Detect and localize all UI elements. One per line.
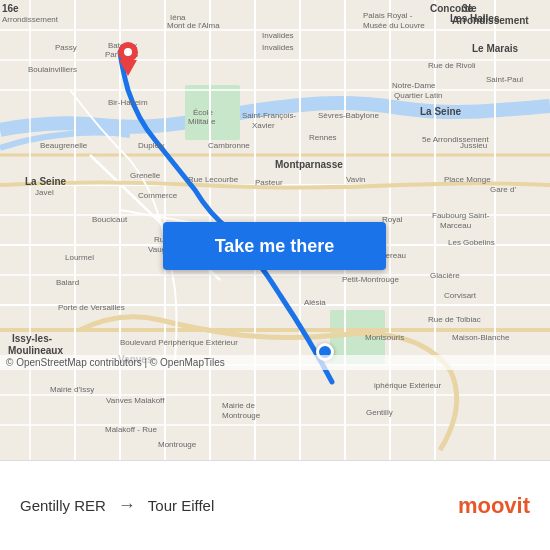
svg-text:Montsouris: Montsouris bbox=[365, 333, 404, 342]
route-info: Gentilly RER → Tour Eiffel bbox=[20, 495, 458, 516]
dest-circle bbox=[118, 42, 138, 62]
svg-text:La Seine: La Seine bbox=[25, 176, 67, 187]
svg-text:Bir-Hakeim: Bir-Hakeim bbox=[108, 98, 148, 107]
svg-text:Cambronne: Cambronne bbox=[208, 141, 250, 150]
dest-circle-inner bbox=[124, 48, 132, 56]
svg-text:Lourmel: Lourmel bbox=[65, 253, 94, 262]
svg-text:Alésia: Alésia bbox=[304, 298, 326, 307]
svg-text:Rue Lecourbe: Rue Lecourbe bbox=[188, 175, 239, 184]
from-label: Gentilly RER bbox=[20, 497, 106, 514]
svg-text:Mairie d'Issy: Mairie d'Issy bbox=[50, 385, 94, 394]
svg-text:Montrouge: Montrouge bbox=[158, 440, 197, 449]
svg-text:Corvisart: Corvisart bbox=[444, 291, 477, 300]
svg-text:Arrondissement: Arrondissement bbox=[452, 15, 529, 26]
svg-text:Boulainvilliers: Boulainvilliers bbox=[28, 65, 77, 74]
moovit-text: moovit bbox=[458, 493, 530, 519]
svg-text:Maison-Blanche: Maison-Blanche bbox=[452, 333, 510, 342]
svg-text:Pasteur: Pasteur bbox=[255, 178, 283, 187]
svg-text:Petit-Montrouge: Petit-Montrouge bbox=[342, 275, 399, 284]
svg-text:Jussieu: Jussieu bbox=[460, 141, 487, 150]
svg-text:Invalides: Invalides bbox=[262, 31, 294, 40]
svg-text:Invalides: Invalides bbox=[262, 43, 294, 52]
dest-pin bbox=[119, 60, 137, 76]
map-container: École Militaire bbox=[0, 0, 550, 460]
svg-text:Les Gobelins: Les Gobelins bbox=[448, 238, 495, 247]
svg-text:Notre-Dame: Notre-Dame bbox=[392, 81, 436, 90]
take-me-there-button[interactable]: Take me there bbox=[163, 222, 386, 270]
destination-marker bbox=[118, 42, 138, 76]
svg-text:Rue de Tolbiac: Rue de Tolbiac bbox=[428, 315, 481, 324]
svg-text:Beaugrenelle: Beaugrenelle bbox=[40, 141, 88, 150]
svg-text:Boucicaut: Boucicaut bbox=[92, 215, 128, 224]
svg-text:Malakoff - Rue: Malakoff - Rue bbox=[105, 425, 157, 434]
svg-text:Passy: Passy bbox=[55, 43, 77, 52]
svg-text:Marceau: Marceau bbox=[440, 221, 471, 230]
svg-text:Saint-François-: Saint-François- bbox=[242, 111, 297, 120]
svg-text:Le Marais: Le Marais bbox=[472, 43, 519, 54]
svg-text:Grenelle: Grenelle bbox=[130, 171, 161, 180]
svg-text:iphérique Extérieur: iphérique Extérieur bbox=[374, 381, 441, 390]
svg-text:Javel: Javel bbox=[35, 188, 54, 197]
svg-text:Glacière: Glacière bbox=[430, 271, 460, 280]
svg-text:Musée du Louvre: Musée du Louvre bbox=[363, 21, 425, 30]
svg-text:Xavier: Xavier bbox=[252, 121, 275, 130]
svg-text:La Seine: La Seine bbox=[420, 106, 462, 117]
svg-text:Arrondissement: Arrondissement bbox=[2, 15, 59, 24]
svg-text:Vavin: Vavin bbox=[346, 175, 365, 184]
svg-text:Montrouge: Montrouge bbox=[222, 411, 261, 420]
svg-text:Dupleix: Dupleix bbox=[138, 141, 165, 150]
svg-text:3e: 3e bbox=[462, 3, 474, 14]
copyright-bar: © OpenStreetMap contributors | © OpenMap… bbox=[0, 355, 550, 370]
svg-text:Gare d': Gare d' bbox=[490, 185, 516, 194]
copyright-text: © OpenStreetMap contributors | © OpenMap… bbox=[6, 357, 225, 368]
svg-text:Mairie de: Mairie de bbox=[222, 401, 255, 410]
svg-text:Sèvres-Babylone: Sèvres-Babylone bbox=[318, 111, 379, 120]
svg-text:Vanves Malakoff: Vanves Malakoff bbox=[106, 396, 165, 405]
arrow-icon: → bbox=[118, 495, 136, 516]
bottom-bar: Gentilly RER → Tour Eiffel moovit bbox=[0, 460, 550, 550]
svg-text:Boulevard Périphérique Extérie: Boulevard Périphérique Extérieur bbox=[120, 338, 238, 347]
svg-text:Militaire: Militaire bbox=[188, 117, 216, 126]
svg-text:Quartier Latin: Quartier Latin bbox=[394, 91, 442, 100]
svg-text:Montparnasse: Montparnasse bbox=[275, 159, 343, 170]
svg-text:Rue de Rivoli: Rue de Rivoli bbox=[428, 61, 476, 70]
svg-text:Saint-Paul: Saint-Paul bbox=[486, 75, 523, 84]
svg-text:Balard: Balard bbox=[56, 278, 79, 287]
moovit-logo: moovit bbox=[458, 493, 530, 519]
svg-text:Place Monge: Place Monge bbox=[444, 175, 491, 184]
svg-text:16e: 16e bbox=[2, 3, 19, 14]
svg-text:Issy-les-: Issy-les- bbox=[12, 333, 52, 344]
svg-text:Porte de Versailles: Porte de Versailles bbox=[58, 303, 125, 312]
to-label: Tour Eiffel bbox=[148, 497, 214, 514]
svg-text:Rennes: Rennes bbox=[309, 133, 337, 142]
svg-text:Faubourg Saint-: Faubourg Saint- bbox=[432, 211, 490, 220]
svg-text:Gentilly: Gentilly bbox=[366, 408, 393, 417]
svg-text:Mont de l'Alma: Mont de l'Alma bbox=[167, 21, 220, 30]
svg-text:Palais Royal -: Palais Royal - bbox=[363, 11, 413, 20]
svg-text:Commerce: Commerce bbox=[138, 191, 178, 200]
